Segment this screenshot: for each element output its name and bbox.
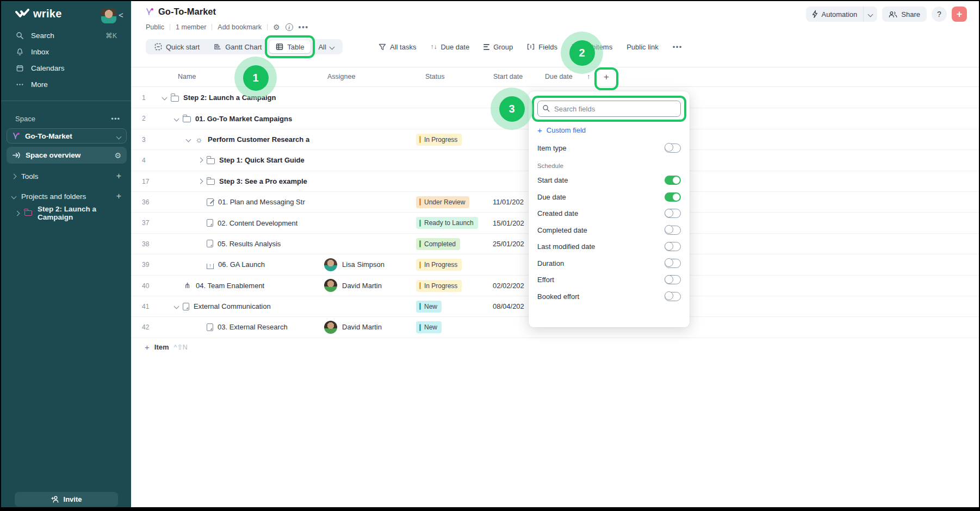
chevron-right-icon[interactable] — [15, 210, 20, 216]
sidebar-item-projects-folders[interactable]: Projects and folders + — [7, 188, 127, 204]
add-custom-field-link[interactable]: + Custom field — [537, 126, 681, 134]
visibility-label[interactable]: Public — [146, 23, 164, 31]
status-badge[interactable]: Ready to Launch — [416, 217, 478, 229]
row-chevron-icon[interactable] — [162, 95, 168, 101]
tab-gantt-chart[interactable]: Gantt Chart — [207, 40, 268, 53]
field-toggle[interactable] — [665, 242, 681, 251]
status-badge[interactable]: In Progress — [416, 134, 462, 146]
tab-quick-start[interactable]: Quick start — [148, 40, 206, 53]
assignee-cell[interactable]: Lisa Simpson — [324, 254, 384, 275]
task-name[interactable]: Step 1: Quick Start Guide — [219, 156, 305, 164]
task-name[interactable]: 01. Go-To Market Campaigns — [195, 115, 292, 123]
start-date-cell[interactable]: 02/02/202 — [493, 276, 524, 296]
sort-ascending-icon[interactable]: ↑ — [587, 72, 591, 80]
ellipsis-icon[interactable]: ••• — [299, 23, 309, 32]
field-toggle-row[interactable]: Due date — [529, 189, 690, 205]
task-name[interactable]: 02. Content Development — [218, 219, 297, 227]
start-date-cell[interactable]: 11/01/202 — [493, 192, 524, 212]
gear-icon[interactable]: ⚙ — [114, 151, 121, 160]
field-toggle-row[interactable]: Booked effort — [529, 288, 690, 305]
tab-table[interactable]: Table — [269, 40, 311, 53]
create-button[interactable]: + — [952, 7, 967, 22]
invite-button[interactable]: Invite — [15, 492, 118, 507]
task-name[interactable]: 05. Results Analysis — [218, 240, 281, 248]
add-column-button[interactable]: + — [598, 68, 615, 86]
chevron-right-icon[interactable] — [11, 173, 17, 179]
field-toggle[interactable] — [665, 144, 681, 153]
sidebar-item-inbox[interactable]: Inbox — [1, 43, 131, 60]
row-chevron-icon[interactable] — [186, 137, 191, 142]
field-toggle[interactable] — [665, 292, 681, 301]
space-options-icon[interactable]: ••• — [111, 115, 120, 123]
add-project-icon[interactable]: + — [116, 191, 121, 201]
add-tool-icon[interactable]: + — [116, 171, 121, 181]
column-header-status[interactable]: Status — [425, 73, 444, 80]
more-options-icon[interactable]: ••• — [673, 43, 683, 51]
sidebar-item-tools[interactable]: Tools + — [7, 168, 127, 184]
field-toggle-row[interactable]: Effort — [529, 272, 690, 289]
members-label[interactable]: 1 member — [176, 23, 206, 31]
status-badge[interactable]: In Progress — [416, 280, 462, 292]
task-name[interactable]: 06. GA Launch — [218, 260, 265, 269]
field-toggle-row[interactable]: Duration — [529, 255, 690, 272]
start-date-cell[interactable]: 25/01/202 — [493, 234, 524, 254]
space-selector[interactable]: Go-To-Market — [7, 128, 127, 144]
sidebar-collapse-icon[interactable]: < — [119, 10, 123, 20]
start-date-cell[interactable]: 08/04/202 — [493, 296, 524, 316]
row-chevron-icon[interactable] — [174, 116, 179, 121]
task-name[interactable]: External Communication — [194, 302, 271, 310]
start-date-cell[interactable]: 15/01/202 — [493, 213, 524, 233]
fields-button[interactable]: Fields — [527, 43, 557, 51]
automation-button[interactable]: Automation — [806, 7, 864, 22]
task-name[interactable]: 04. Team Enablement — [196, 282, 264, 290]
task-name[interactable]: 01. Plan and Messaging Str — [218, 198, 305, 206]
column-header-assignee[interactable]: Assignee — [327, 73, 355, 80]
gear-icon[interactable]: ⚙ — [273, 23, 280, 32]
assignee-cell[interactable]: David Martin — [324, 317, 382, 337]
assignee-cell[interactable]: David Martin — [324, 276, 382, 296]
task-name[interactable]: Perform Customer Research a — [208, 135, 309, 144]
field-toggle[interactable] — [665, 226, 681, 235]
task-name[interactable]: Step 3: See a Pro example — [219, 177, 307, 185]
row-chevron-icon[interactable] — [174, 304, 179, 309]
field-toggle[interactable] — [665, 176, 681, 185]
row-chevron-icon[interactable] — [198, 158, 203, 163]
field-toggle[interactable] — [665, 209, 681, 218]
search-fields-input[interactable] — [537, 101, 681, 117]
status-badge[interactable]: Under Review — [416, 196, 469, 208]
column-header-start-date[interactable]: Start date — [493, 73, 523, 80]
group-button[interactable]: Group — [483, 43, 513, 51]
column-header-due-date[interactable]: Due date — [545, 73, 573, 80]
wrike-logo[interactable]: wrike — [15, 8, 62, 20]
public-link-button[interactable]: Public link — [627, 43, 659, 51]
status-badge[interactable]: Completed — [416, 238, 460, 250]
field-toggle[interactable] — [665, 275, 681, 284]
filter-all-tasks[interactable]: All tasks — [379, 43, 416, 51]
user-avatar[interactable] — [101, 8, 116, 23]
field-toggle-row[interactable]: Start date — [529, 172, 690, 189]
share-button[interactable]: Share — [882, 7, 927, 22]
status-badge[interactable]: New — [416, 321, 442, 333]
info-icon[interactable]: i — [286, 23, 293, 31]
sidebar-item-more[interactable]: More — [1, 76, 131, 92]
task-name[interactable]: 03. External Research — [218, 323, 288, 331]
sidebar-item-space-overview[interactable]: Space overview ⚙ — [7, 147, 127, 164]
tab-all-views[interactable]: All — [312, 40, 340, 53]
task-name[interactable]: Step 2: Launch a Campaign — [183, 94, 276, 102]
field-toggle-row[interactable]: Completed date — [529, 222, 690, 239]
status-badge[interactable]: In Progress — [416, 259, 462, 271]
field-toggle[interactable] — [665, 192, 681, 202]
chevron-down-icon[interactable] — [11, 194, 17, 199]
field-toggle[interactable] — [665, 259, 681, 268]
add-bookmark-link[interactable]: Add bookmark — [218, 23, 262, 31]
column-header-name[interactable]: Name — [178, 73, 196, 80]
sidebar-item-calendars[interactable]: Calendars — [1, 60, 131, 76]
sidebar-item-step2-campaign[interactable]: Step 2: Launch a Campaign — [7, 205, 127, 221]
sidebar-item-search[interactable]: Search ⌘K — [1, 27, 131, 43]
field-toggle-row[interactable]: Item type — [529, 140, 690, 157]
row-chevron-icon[interactable] — [198, 178, 203, 184]
add-item-row[interactable]: + Item ^⇧N — [131, 338, 188, 356]
automation-dropdown[interactable] — [863, 7, 877, 22]
status-badge[interactable]: New — [416, 301, 442, 313]
sort-due-date[interactable]: ↑↓ Due date — [430, 43, 469, 51]
